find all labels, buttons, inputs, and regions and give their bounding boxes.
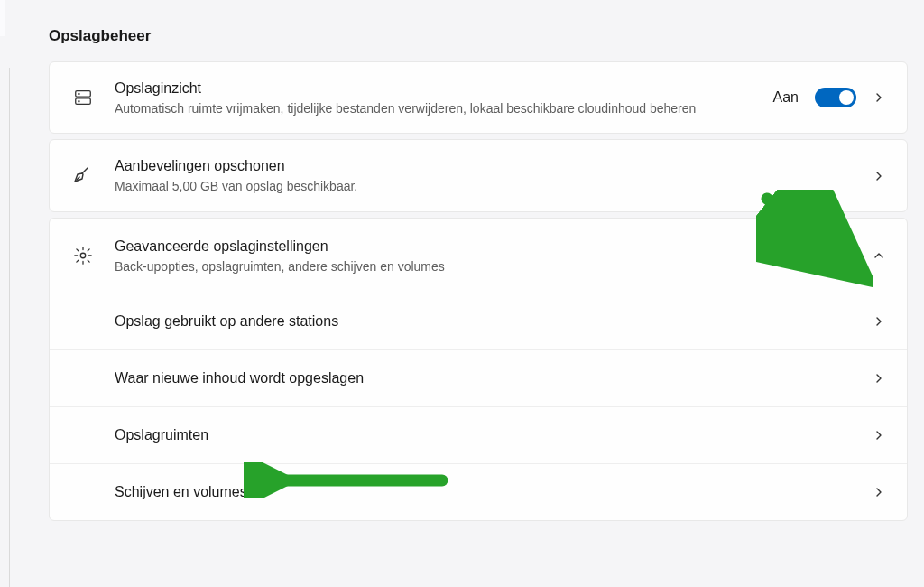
row-storage-other-drives[interactable]: Opslag gebruikt op andere stations (50, 293, 907, 349)
svg-point-4 (80, 253, 86, 258)
card-right (873, 170, 885, 182)
card-right (873, 249, 885, 262)
row-label: Waar nieuwe inhoud wordt opgeslagen (115, 370, 873, 387)
storage-icon (71, 86, 95, 109)
card-storage-insight[interactable]: Opslaginzicht Automatisch ruimte vrijmak… (49, 61, 908, 134)
section-title: Opslagbeheer (49, 27, 908, 45)
chevron-right-icon (873, 429, 885, 442)
gear-icon (71, 244, 95, 267)
svg-rect-1 (76, 98, 91, 104)
card-subtitle: Automatisch ruimte vrijmaken, tijdelijke… (115, 100, 773, 117)
card-subtitle: Back-upopties, opslagruimten, andere sch… (115, 258, 873, 275)
card-right: Aan (773, 88, 885, 107)
card-title: Aanbevelingen opschonen (115, 156, 873, 176)
card-cleanup-recommendations[interactable]: Aanbevelingen opschonen Maximaal 5,00 GB… (49, 139, 908, 211)
row-label: Opslag gebruikt op andere stations (115, 313, 873, 330)
row-label: Schijven en volumes (115, 484, 873, 500)
storage-insight-toggle[interactable] (815, 88, 856, 107)
chevron-right-icon (873, 372, 885, 385)
chevron-right-icon (873, 315, 885, 328)
card-title: Opslaginzicht (115, 79, 773, 98)
row-disks-and-volumes[interactable]: Schijven en volumes (50, 463, 907, 520)
svg-point-2 (79, 94, 79, 95)
toggle-state-label: Aan (773, 89, 799, 106)
advanced-storage-header[interactable]: Geavanceerde opslaginstellingen Back-upo… (50, 219, 907, 293)
row-where-new-content-saved[interactable]: Waar nieuwe inhoud wordt opgeslagen (50, 349, 907, 406)
broom-icon (71, 164, 95, 188)
toggle-knob (839, 90, 854, 105)
chevron-up-icon (873, 249, 885, 262)
row-storage-spaces[interactable]: Opslagruimten (50, 406, 907, 463)
row-label: Opslagruimten (115, 427, 873, 443)
storage-settings-page: Opslagbeheer Opslaginzicht Automatisch r… (0, 0, 924, 521)
chevron-right-icon (873, 91, 885, 104)
card-advanced-storage-settings: Geavanceerde opslaginstellingen Back-upo… (49, 218, 908, 521)
cropped-window-edge (9, 68, 12, 587)
chevron-right-icon (873, 486, 885, 498)
card-title: Geavanceerde opslaginstellingen (115, 237, 873, 256)
svg-point-3 (79, 101, 79, 102)
card-subtitle: Maximaal 5,00 GB van opslag beschikbaar. (115, 178, 873, 195)
svg-rect-0 (76, 91, 91, 97)
cropped-window-edge (0, 0, 5, 36)
card-body: Opslaginzicht Automatisch ruimte vrijmak… (115, 79, 773, 116)
card-body: Aanbevelingen opschonen Maximaal 5,00 GB… (115, 156, 873, 194)
chevron-right-icon (873, 170, 885, 182)
card-body: Geavanceerde opslaginstellingen Back-upo… (115, 237, 873, 275)
